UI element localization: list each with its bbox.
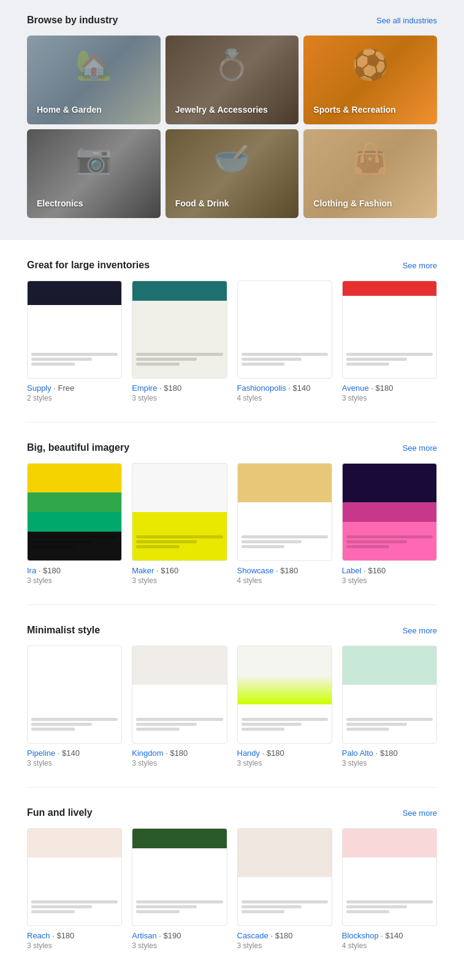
theme-price-cascade: · $180: [268, 931, 293, 940]
theme-info-supply: Supply · Free2 styles: [27, 383, 122, 402]
thumb-overlay-avenue: [343, 349, 436, 378]
industry-grid: Home & GardenJewelry & AccessoriesSports…: [27, 36, 437, 218]
industry-card-jewelry[interactable]: Jewelry & Accessories: [165, 36, 299, 124]
theme-card-kingdom[interactable]: Kingdom · $1803 styles: [132, 646, 227, 767]
theme-info-maker: Maker · $1603 styles: [132, 566, 227, 585]
theme-card-showcase[interactable]: Showcase · $1804 styles: [237, 463, 332, 585]
theme-card-cascade[interactable]: Cascade · $1803 styles: [237, 828, 332, 950]
theme-card-artisan[interactable]: Artisan · $1903 styles: [132, 828, 227, 950]
theme-name-artisan[interactable]: Artisan: [132, 931, 156, 940]
section-fun-lively: Fun and livelySee moreReach · $1803 styl…: [0, 788, 464, 970]
theme-grid-big-imagery: Ira · $1803 stylesMaker · $1603 stylesSh…: [27, 463, 437, 585]
theme-name-reach[interactable]: Reach: [27, 931, 50, 940]
decorative-bar: [136, 728, 180, 731]
see-more-link-fun-lively[interactable]: See more: [403, 809, 437, 818]
theme-name-handy[interactable]: Handy: [237, 748, 261, 758]
theme-info-empire: Empire · $1803 styles: [132, 383, 227, 402]
theme-card-reach[interactable]: Reach · $1803 styles: [27, 828, 122, 950]
theme-thumbnail-palo-alto: [342, 646, 437, 744]
decorative-bar: [31, 535, 118, 538]
decorative-bar: [346, 358, 407, 361]
theme-grid-large-inventories: Supply · Free2 stylesEmpire · $1803 styl…: [27, 281, 437, 402]
theme-card-empire[interactable]: Empire · $1803 styles: [132, 281, 227, 402]
see-more-link-big-imagery[interactable]: See more: [403, 443, 437, 453]
decorative-bar: [242, 910, 285, 913]
section-title-big-imagery: Big, beautiful imagery: [27, 442, 129, 453]
theme-name-blockshop[interactable]: Blockshop: [342, 931, 379, 940]
theme-styles-palo-alto: 3 styles: [342, 759, 437, 767]
decorative-bar: [346, 540, 407, 543]
theme-name-avenue[interactable]: Avenue: [342, 383, 369, 393]
thumb-overlay-empire: [132, 349, 226, 378]
industry-card-home-garden[interactable]: Home & Garden: [27, 36, 161, 124]
industry-card-electronics[interactable]: Electronics: [27, 129, 161, 218]
theme-card-fashionopolis[interactable]: Fashionopolis · $1404 styles: [237, 281, 332, 402]
industry-card-clothing[interactable]: Clothing & Fashion: [303, 129, 437, 218]
decorative-bar: [136, 540, 197, 543]
theme-name-fashionopolis[interactable]: Fashionopolis: [237, 383, 286, 393]
theme-name-supply[interactable]: Supply: [27, 383, 51, 393]
theme-name-label[interactable]: Label: [342, 566, 362, 575]
theme-card-ira[interactable]: Ira · $1803 styles: [27, 463, 122, 585]
theme-thumbnail-kingdom: [132, 646, 227, 744]
theme-price-pipeline: · $140: [55, 748, 80, 758]
theme-card-blockshop[interactable]: Blockshop · $1404 styles: [342, 828, 437, 950]
decorative-bar: [136, 910, 180, 913]
theme-name-maker[interactable]: Maker: [132, 566, 154, 575]
see-all-industries-link[interactable]: See all industries: [376, 16, 437, 25]
decorative-bar: [242, 353, 328, 356]
decorative-bar: [31, 545, 75, 548]
theme-thumbnail-empire: [132, 281, 227, 379]
theme-card-label[interactable]: Label · $1603 styles: [342, 463, 437, 585]
browse-section-header: Browse by industry See all industries: [27, 15, 437, 26]
theme-name-kingdom[interactable]: Kingdom: [132, 748, 163, 758]
decorative-bar: [346, 545, 390, 548]
section-header-large-inventories: Great for large inventoriesSee more: [27, 260, 437, 271]
theme-info-kingdom: Kingdom · $1803 styles: [132, 748, 227, 767]
theme-info-blockshop: Blockshop · $1404 styles: [342, 931, 437, 950]
theme-name-cascade[interactable]: Cascade: [237, 931, 268, 940]
theme-info-label: Label · $1603 styles: [342, 566, 437, 585]
see-more-link-minimalist[interactable]: See more: [403, 626, 437, 635]
theme-card-supply[interactable]: Supply · Free2 styles: [27, 281, 122, 402]
theme-price-showcase: · $180: [273, 566, 298, 575]
theme-price-reach: · $180: [50, 931, 75, 940]
theme-card-pipeline[interactable]: Pipeline · $1403 styles: [27, 646, 122, 767]
theme-card-handy[interactable]: Handy · $1803 styles: [237, 646, 332, 767]
theme-info-avenue: Avenue · $1803 styles: [342, 383, 437, 402]
theme-name-pipeline[interactable]: Pipeline: [27, 748, 55, 758]
theme-card-avenue[interactable]: Avenue · $1803 styles: [342, 281, 437, 402]
decorative-bar: [346, 910, 390, 913]
section-header-fun-lively: Fun and livelySee more: [27, 807, 437, 818]
theme-info-handy: Handy · $1803 styles: [237, 748, 332, 767]
decorative-bar: [346, 723, 407, 726]
thumb-overlay-cascade: [238, 897, 332, 925]
industry-card-label-food: Food & Drink: [175, 198, 229, 208]
decorative-bar: [346, 900, 433, 903]
decorative-bar: [346, 905, 407, 908]
theme-price-supply: · Free: [51, 383, 75, 393]
theme-thumbnail-artisan: [132, 828, 227, 926]
decorative-bar: [136, 545, 180, 548]
industry-card-food[interactable]: Food & Drink: [165, 129, 299, 218]
theme-name-showcase[interactable]: Showcase: [237, 566, 274, 575]
section-minimalist: Minimalist styleSee morePipeline · $1403…: [0, 605, 464, 787]
industry-card-label-home-garden: Home & Garden: [37, 105, 102, 115]
see-more-link-large-inventories[interactable]: See more: [403, 261, 437, 270]
decorative-bar: [242, 545, 285, 548]
thumb-overlay-fashionopolis: [238, 349, 332, 378]
theme-name-empire[interactable]: Empire: [132, 383, 157, 393]
industry-card-sports[interactable]: Sports & Recreation: [303, 36, 437, 124]
decorative-bar: [136, 535, 222, 538]
theme-card-palo-alto[interactable]: Palo Alto · $1803 styles: [342, 646, 437, 767]
theme-name-ira[interactable]: Ira: [27, 566, 36, 575]
decorative-bar: [136, 905, 197, 908]
decorative-bar: [31, 363, 75, 366]
theme-styles-label: 3 styles: [342, 576, 437, 585]
theme-thumbnail-reach: [27, 828, 122, 926]
decorative-bar: [136, 718, 222, 721]
thumb-overlay-ira: [28, 532, 121, 560]
theme-styles-cascade: 3 styles: [237, 941, 332, 950]
theme-name-palo-alto[interactable]: Palo Alto: [342, 748, 373, 758]
theme-card-maker[interactable]: Maker · $1603 styles: [132, 463, 227, 585]
